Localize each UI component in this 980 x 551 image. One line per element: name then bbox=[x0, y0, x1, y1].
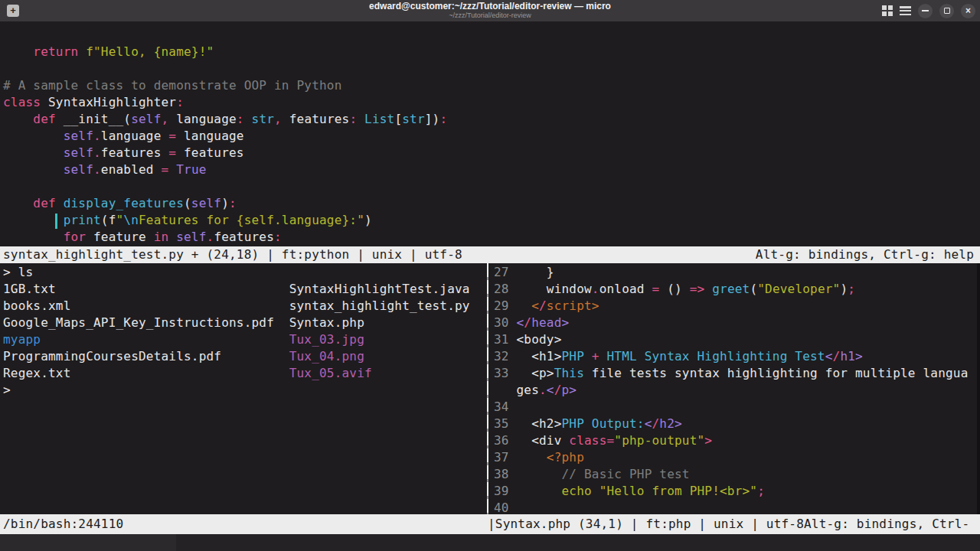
code-line: 33 <p>This file tests syntax highlightin… bbox=[494, 365, 977, 382]
close-button[interactable]: × bbox=[961, 4, 975, 18]
code-line: # A sample class to demonstrate OOP in P… bbox=[3, 77, 980, 94]
window-controls: × bbox=[882, 0, 975, 21]
text-cursor bbox=[55, 214, 57, 229]
line-number: 33 bbox=[494, 366, 517, 380]
code-line: return f"Hello, {name}!" bbox=[3, 44, 980, 60]
code-line: class SyntaxHighlighter: bbox=[3, 94, 980, 111]
shell-statusline: /bin/bash:244110 bbox=[3, 514, 123, 533]
code-line: ges.</p> bbox=[494, 382, 977, 399]
code-line: def __init__(self, language: str, featur… bbox=[3, 111, 980, 128]
pane-divider[interactable] bbox=[487, 263, 488, 514]
code-line: myapp Tux_03.jpg bbox=[3, 331, 487, 348]
code-line: 39 echo "Hello from PHP!<br>"; bbox=[494, 483, 977, 500]
line-number: 31 bbox=[494, 332, 517, 347]
line-number: 37 bbox=[494, 450, 517, 465]
line-number: 36 bbox=[494, 433, 517, 448]
line-number bbox=[494, 383, 517, 397]
code-line: Regex.txt Tux_05.avif bbox=[3, 365, 487, 382]
code-line: self.language = language bbox=[3, 128, 980, 145]
line-number: 39 bbox=[494, 484, 517, 498]
minimize-icon bbox=[922, 10, 929, 11]
code-line: 35 <h2>PHP Output:</h2> bbox=[494, 416, 977, 432]
code-line bbox=[3, 178, 980, 195]
code-line: 27 } bbox=[494, 264, 977, 281]
code-line: 38 // Basic PHP test bbox=[494, 466, 977, 483]
line-number: 27 bbox=[494, 265, 517, 279]
code-line: 28 window.onload = () => greet("Develope… bbox=[494, 281, 977, 298]
line-number: 32 bbox=[494, 349, 517, 364]
code-line: def display_features(self): bbox=[3, 195, 980, 212]
code-line: self.enabled = True bbox=[3, 161, 980, 178]
window-subtitle: ~/zzz/Tutorial/editor-review bbox=[153, 11, 827, 20]
menu-icon[interactable] bbox=[900, 6, 911, 15]
bottom-strip bbox=[0, 534, 980, 551]
line-number: 40 bbox=[494, 500, 517, 514]
code-line: books.xml syntax_highlight_test.py bbox=[3, 298, 487, 315]
code-line: > bbox=[3, 382, 487, 399]
line-number: 28 bbox=[494, 282, 517, 296]
terminal-pane[interactable]: > ls1GB.txt SyntaxHighlightTest.javabook… bbox=[0, 263, 487, 514]
grid-view-icon[interactable] bbox=[882, 5, 893, 16]
code-line: Google_Maps_API_Key_Instructions.pdf Syn… bbox=[3, 315, 487, 331]
code-line: for feature in self.features: bbox=[3, 229, 980, 246]
python-statusbar: syntax_highlight_test.py + (24,18) | ft:… bbox=[0, 246, 980, 263]
bottom-strip-segment bbox=[0, 534, 176, 551]
code-line: > ls bbox=[3, 264, 487, 281]
code-line: 29 </script> bbox=[494, 298, 977, 315]
code-line: 32 <h1>PHP + HTML Syntax Highlighting Te… bbox=[494, 348, 977, 365]
bottom-statusbar: /bin/bash:244110 |Syntax.php (34,1) | ft… bbox=[0, 514, 980, 534]
titlebar: + edward@customer:~/zzz/Tutorial/editor-… bbox=[0, 0, 980, 21]
line-number: 29 bbox=[494, 298, 517, 313]
statusline-file-info: syntax_highlight_test.py + (24,18) | ft:… bbox=[3, 246, 462, 263]
maximize-icon bbox=[944, 8, 950, 14]
code-line: ProgrammingCoursesDetails.pdf Tux_04.png bbox=[3, 348, 487, 365]
maximize-button[interactable] bbox=[939, 4, 954, 18]
code-line: print(f"\nFeatures for {self.language}:"… bbox=[3, 212, 980, 229]
code-line: 31 <body> bbox=[494, 331, 977, 348]
line-number: 38 bbox=[494, 467, 517, 481]
code-line: 40 bbox=[494, 500, 977, 514]
new-tab-icon[interactable]: + bbox=[7, 5, 19, 17]
python-editor-pane[interactable]: return f"Hello, {name}!"# A sample class… bbox=[0, 21, 980, 246]
code-line: 30 </head> bbox=[494, 315, 977, 331]
close-icon: × bbox=[965, 6, 971, 15]
code-line: 34 bbox=[494, 399, 977, 416]
minimize-button[interactable] bbox=[918, 4, 933, 18]
code-line: self.features = features bbox=[3, 145, 980, 161]
statusline-help: Alt-g: bindings, Ctrl-g: help bbox=[756, 246, 974, 263]
line-number: 35 bbox=[494, 416, 517, 431]
line-number: 34 bbox=[494, 399, 517, 414]
window-right-edge bbox=[977, 263, 980, 514]
titlebar-text: edward@customer:~/zzz/Tutorial/editor-re… bbox=[153, 2, 827, 20]
code-line: 1GB.txt SyntaxHighlightTest.java bbox=[3, 281, 487, 298]
line-number: 30 bbox=[494, 315, 517, 330]
code-line: 37 <?php bbox=[494, 449, 977, 466]
window-title: edward@customer:~/zzz/Tutorial/editor-re… bbox=[153, 2, 827, 11]
code-line bbox=[3, 60, 980, 77]
php-editor-pane[interactable]: 27 }28 window.onload = () => greet("Deve… bbox=[490, 263, 977, 514]
php-statusline: |Syntax.php (34,1) | ft:php | unix | utf… bbox=[488, 514, 969, 533]
code-line: 36 <div class="php-output"> bbox=[494, 432, 977, 449]
